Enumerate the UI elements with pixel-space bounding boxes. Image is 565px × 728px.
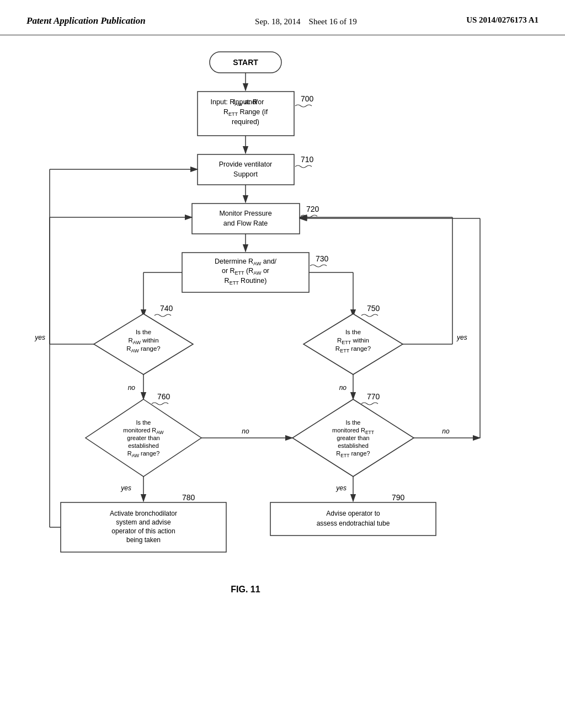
publication-date: Sep. 18, 2014 bbox=[255, 17, 301, 26]
page-header: Patent Application Publication Sep. 18, … bbox=[0, 0, 565, 35]
svg-text:Monitor Pressure: Monitor Pressure bbox=[219, 210, 271, 217]
svg-text:yes: yes bbox=[34, 334, 45, 341]
svg-text:Determine RAW and/: Determine RAW and/ bbox=[215, 258, 277, 266]
svg-text:yes: yes bbox=[335, 484, 347, 492]
svg-text:assess endotrachial tube: assess endotrachial tube bbox=[317, 520, 390, 527]
svg-text:730: 730 bbox=[316, 254, 329, 263]
svg-text:no: no bbox=[339, 384, 347, 392]
svg-text:750: 750 bbox=[367, 304, 380, 313]
svg-text:Provide ventilator: Provide ventilator bbox=[219, 160, 273, 168]
svg-text:being taken: being taken bbox=[126, 536, 161, 544]
svg-text:required): required) bbox=[232, 118, 259, 126]
svg-marker-35 bbox=[303, 314, 403, 374]
svg-text:established: established bbox=[338, 442, 369, 449]
diagram-area: START Input: R Input: RAW and/or RETT Ra… bbox=[0, 35, 565, 719]
svg-text:Support: Support bbox=[233, 170, 258, 178]
svg-rect-16 bbox=[192, 204, 300, 234]
svg-rect-83 bbox=[270, 502, 436, 536]
publication-title: Patent Application Publication bbox=[26, 15, 146, 26]
svg-text:system and advise: system and advise bbox=[116, 518, 171, 526]
svg-text:yes: yes bbox=[120, 484, 131, 492]
svg-text:operator of this action: operator of this action bbox=[111, 527, 175, 535]
sheet-info: Sheet 16 of 19 bbox=[309, 17, 357, 26]
svg-text:Advise operator to: Advise operator to bbox=[326, 510, 380, 517]
svg-text:740: 740 bbox=[160, 304, 173, 313]
svg-text:and Flow Rate: and Flow Rate bbox=[223, 220, 268, 227]
svg-text:yes: yes bbox=[456, 334, 467, 341]
header-center: Sep. 18, 2014 Sheet 16 of 19 bbox=[255, 15, 357, 28]
svg-marker-30 bbox=[94, 314, 193, 374]
svg-text:greater than: greater than bbox=[337, 435, 369, 441]
svg-text:760: 760 bbox=[157, 392, 170, 401]
svg-text:Is the: Is the bbox=[346, 419, 361, 426]
svg-text:710: 710 bbox=[301, 155, 314, 164]
svg-text:START: START bbox=[233, 58, 258, 67]
svg-text:no: no bbox=[128, 384, 136, 392]
svg-text:FIG. 11: FIG. 11 bbox=[231, 585, 260, 594]
svg-text:greater than: greater than bbox=[127, 435, 159, 441]
svg-text:Is the: Is the bbox=[136, 419, 151, 426]
svg-text:780: 780 bbox=[182, 493, 195, 502]
svg-text:no: no bbox=[242, 427, 249, 435]
svg-text:established: established bbox=[128, 442, 159, 449]
svg-text:no: no bbox=[442, 427, 450, 435]
svg-text:or RETT (RAW or: or RETT (RAW or bbox=[222, 267, 269, 276]
svg-text:Is the: Is the bbox=[345, 329, 361, 335]
svg-text:720: 720 bbox=[306, 205, 319, 213]
svg-text:770: 770 bbox=[367, 392, 380, 401]
svg-text:Is the: Is the bbox=[136, 329, 151, 335]
patent-number: US 2014/0276173 A1 bbox=[466, 15, 539, 25]
flowchart-svg: START Input: R Input: RAW and/or RETT Ra… bbox=[0, 35, 565, 719]
svg-text:Activate bronchodilator: Activate bronchodilator bbox=[110, 510, 177, 517]
svg-rect-11 bbox=[198, 154, 294, 185]
svg-text:700: 700 bbox=[301, 94, 314, 103]
svg-text:790: 790 bbox=[392, 493, 405, 502]
